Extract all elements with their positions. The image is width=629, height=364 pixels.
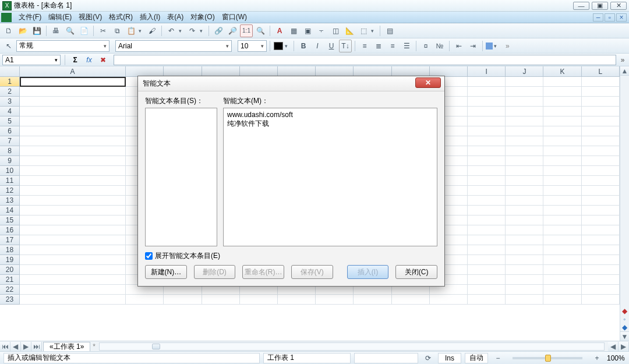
cell[interactable] — [582, 136, 620, 146]
row-header-5[interactable]: 5 — [0, 116, 20, 126]
tab-prev-button[interactable]: ◀ — [10, 342, 21, 351]
col-header-A[interactable]: A — [20, 66, 126, 77]
formula-input[interactable] — [114, 55, 616, 65]
cell[interactable] — [316, 295, 354, 305]
row-header-7[interactable]: 7 — [0, 136, 20, 146]
tab-last-button[interactable]: ⏭ — [31, 342, 42, 351]
open-icon[interactable]: 📂 — [16, 24, 29, 37]
print-preview-icon[interactable]: 🔍 — [63, 24, 76, 37]
cell[interactable] — [468, 196, 506, 206]
scroll-down-icon[interactable]: ▼ — [620, 331, 629, 341]
cell[interactable] — [582, 116, 620, 126]
cell[interactable] — [20, 107, 126, 116]
cell[interactable] — [582, 265, 620, 275]
center-h-icon[interactable]: ▦ — [287, 24, 300, 37]
window-minimize-button[interactable]: — — [573, 2, 589, 10]
group-dropdown[interactable]: ▾ — [371, 28, 377, 34]
cell[interactable] — [202, 295, 240, 305]
cell[interactable] — [582, 255, 620, 265]
zoom-knob[interactable] — [545, 355, 551, 362]
cell[interactable] — [20, 275, 126, 285]
cell[interactable] — [468, 146, 506, 156]
cell[interactable] — [543, 215, 581, 225]
cell[interactable] — [543, 107, 581, 116]
cell[interactable] — [278, 295, 316, 305]
cell[interactable] — [582, 245, 620, 255]
cell[interactable] — [582, 186, 620, 196]
sheet-nav-mid-icon[interactable]: ◦ — [620, 315, 629, 323]
cell[interactable] — [582, 166, 620, 176]
row-header-6[interactable]: 6 — [0, 126, 20, 136]
cell[interactable] — [543, 77, 581, 87]
zoom-11-icon[interactable]: 1:1 — [240, 24, 253, 37]
row-header-16[interactable]: 16 — [0, 225, 20, 235]
select-all-corner[interactable] — [0, 66, 20, 77]
menu-insert[interactable]: 插入(I) — [136, 11, 164, 23]
row-header-14[interactable]: 14 — [0, 206, 20, 215]
row-header-22[interactable]: 22 — [0, 285, 20, 295]
row-header-3[interactable]: 3 — [0, 97, 20, 107]
row-header-20[interactable]: 20 — [0, 265, 20, 275]
cell[interactable] — [506, 196, 543, 206]
cell[interactable] — [506, 107, 543, 116]
cell[interactable] — [20, 225, 126, 235]
link-icon[interactable]: 🔗 — [212, 24, 225, 37]
cell[interactable] — [468, 87, 506, 97]
cell[interactable] — [20, 265, 126, 275]
cell[interactable] — [582, 295, 620, 305]
redo-dropdown[interactable]: ▾ — [200, 28, 206, 34]
toptext-button[interactable]: T↓ — [339, 40, 352, 52]
toolbar-overflow-icon[interactable]: » — [506, 42, 510, 50]
row-header-13[interactable]: 13 — [0, 196, 20, 206]
col-header-L[interactable]: L — [582, 66, 620, 77]
ruler-icon[interactable]: 📐 — [343, 24, 356, 37]
cell[interactable] — [468, 275, 506, 285]
align-center-button[interactable]: ≣ — [372, 40, 385, 52]
cell[interactable] — [506, 225, 543, 235]
cell[interactable] — [20, 245, 126, 255]
cell[interactable] — [20, 186, 126, 196]
menu-table[interactable]: 表(A) — [164, 11, 187, 23]
cell[interactable] — [20, 255, 126, 265]
cell[interactable] — [20, 295, 126, 305]
style-combo[interactable]: 常规▾ — [16, 40, 109, 52]
row-header-12[interactable]: 12 — [0, 186, 20, 196]
font-combo[interactable]: Arial▾ — [115, 40, 232, 52]
cell[interactable] — [468, 166, 506, 176]
font-color-swatch[interactable] — [274, 42, 283, 50]
cell[interactable] — [468, 245, 506, 255]
vertical-scrollbar[interactable]: ▲ ▼ ◆ ◦ ◆ — [620, 66, 629, 341]
save-icon[interactable]: 💾 — [30, 24, 43, 37]
cell[interactable] — [582, 215, 620, 225]
cell[interactable] — [506, 87, 543, 97]
cell[interactable] — [20, 87, 126, 97]
dialog-close-button[interactable]: ✕ — [415, 77, 441, 88]
cell[interactable] — [582, 77, 620, 87]
cell[interactable] — [543, 87, 581, 97]
cell[interactable] — [506, 77, 543, 87]
group-icon[interactable]: ⬚ — [357, 24, 370, 37]
page-setup-icon[interactable]: 📄 — [77, 24, 90, 37]
row-header-15[interactable]: 15 — [0, 215, 20, 225]
cell[interactable] — [543, 255, 581, 265]
sheet-nav-down-icon[interactable]: ◆ — [620, 323, 629, 331]
save-button[interactable]: 保存(V) — [291, 265, 333, 279]
mdi-minimize-button[interactable]: – — [593, 13, 603, 22]
cell[interactable] — [20, 116, 126, 126]
window-close-button[interactable]: ✕ — [610, 2, 627, 10]
tab-first-button[interactable]: ⏮ — [0, 342, 10, 351]
number-button[interactable]: № — [433, 40, 446, 52]
cell[interactable] — [543, 97, 581, 107]
cell[interactable] — [468, 206, 506, 215]
align-left-button[interactable]: ≡ — [358, 40, 371, 52]
menu-object[interactable]: 对象(O) — [187, 11, 218, 23]
undo-dropdown[interactable]: ▾ — [179, 28, 185, 34]
cell[interactable] — [20, 176, 126, 186]
scroll-up-icon[interactable]: ▲ — [620, 66, 629, 76]
autoshape-icon[interactable]: ◫ — [329, 24, 342, 37]
align-justify-button[interactable]: ☰ — [400, 40, 413, 52]
align-right-button[interactable]: ≡ — [386, 40, 399, 52]
cell[interactable] — [468, 176, 506, 186]
cell[interactable] — [20, 136, 126, 146]
cell[interactable] — [582, 225, 620, 235]
